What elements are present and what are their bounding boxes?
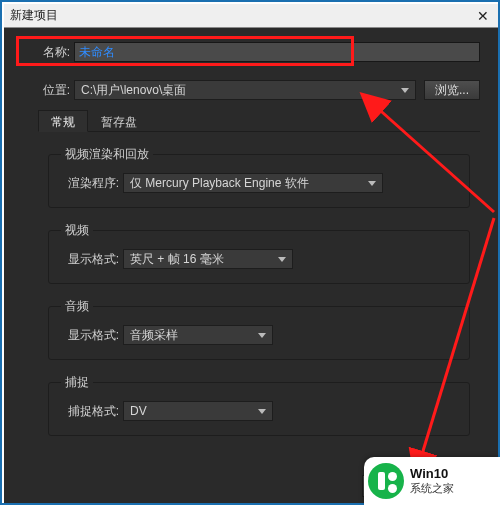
audio-display-label: 显示格式: (61, 327, 123, 344)
general-panel: 视频渲染和回放 渲染程序: 仅 Mercury Playback Engine … (38, 142, 480, 458)
group-render-legend: 视频渲染和回放 (61, 146, 153, 163)
tab-general-label: 常规 (51, 115, 75, 129)
tab-general[interactable]: 常规 (38, 110, 88, 132)
tab-scratch[interactable]: 暂存盘 (88, 110, 150, 131)
watermark-logo-icon (368, 463, 404, 499)
audio-display-value: 音频采样 (130, 327, 252, 344)
location-label: 位置: (38, 82, 74, 99)
chevron-down-icon (258, 333, 266, 338)
titlebar: 新建项目 ✕ (4, 4, 498, 28)
watermark-badge: Win10 系统之家 (364, 457, 500, 505)
location-row: 位置: C:\用户\lenovo\桌面 浏览... (38, 80, 480, 100)
group-audio-legend: 音频 (61, 298, 93, 315)
renderer-label: 渲染程序: (61, 175, 123, 192)
new-project-dialog: 新建项目 ✕ 名称: 未命名 位置: C:\用户\lenovo\桌面 浏览... (4, 4, 498, 503)
group-render: 视频渲染和回放 渲染程序: 仅 Mercury Playback Engine … (48, 146, 470, 208)
audio-display-dropdown[interactable]: 音频采样 (123, 325, 273, 345)
watermark-line1: Win10 (410, 466, 448, 481)
renderer-dropdown[interactable]: 仅 Mercury Playback Engine 软件 (123, 173, 383, 193)
tab-scratch-label: 暂存盘 (101, 115, 137, 129)
name-row: 名称: 未命名 (38, 42, 480, 62)
chevron-down-icon (401, 88, 409, 93)
location-path-value: C:\用户\lenovo\桌面 (81, 82, 395, 99)
group-capture: 捕捉 捕捉格式: DV (48, 374, 470, 436)
close-icon[interactable]: ✕ (474, 7, 492, 25)
browse-button[interactable]: 浏览... (424, 80, 480, 100)
watermark-line2: 系统之家 (410, 481, 454, 496)
location-path-dropdown[interactable]: C:\用户\lenovo\桌面 (74, 80, 416, 100)
group-capture-legend: 捕捉 (61, 374, 93, 391)
video-display-label: 显示格式: (61, 251, 123, 268)
chevron-down-icon (258, 409, 266, 414)
name-input[interactable]: 未命名 (74, 42, 480, 62)
capture-format-dropdown[interactable]: DV (123, 401, 273, 421)
video-display-dropdown[interactable]: 英尺 + 帧 16 毫米 (123, 249, 293, 269)
window-title: 新建项目 (10, 7, 474, 24)
chevron-down-icon (368, 181, 376, 186)
name-input-value: 未命名 (79, 44, 115, 61)
video-display-value: 英尺 + 帧 16 毫米 (130, 251, 272, 268)
capture-format-value: DV (130, 404, 252, 418)
group-video: 视频 显示格式: 英尺 + 帧 16 毫米 (48, 222, 470, 284)
name-label: 名称: (38, 44, 74, 61)
browse-button-label: 浏览... (435, 82, 469, 99)
capture-format-label: 捕捉格式: (61, 403, 123, 420)
renderer-value: 仅 Mercury Playback Engine 软件 (130, 175, 362, 192)
group-video-legend: 视频 (61, 222, 93, 239)
group-audio: 音频 显示格式: 音频采样 (48, 298, 470, 360)
tabs: 常规 暂存盘 (38, 110, 480, 132)
chevron-down-icon (278, 257, 286, 262)
watermark-text: Win10 系统之家 (410, 466, 454, 496)
